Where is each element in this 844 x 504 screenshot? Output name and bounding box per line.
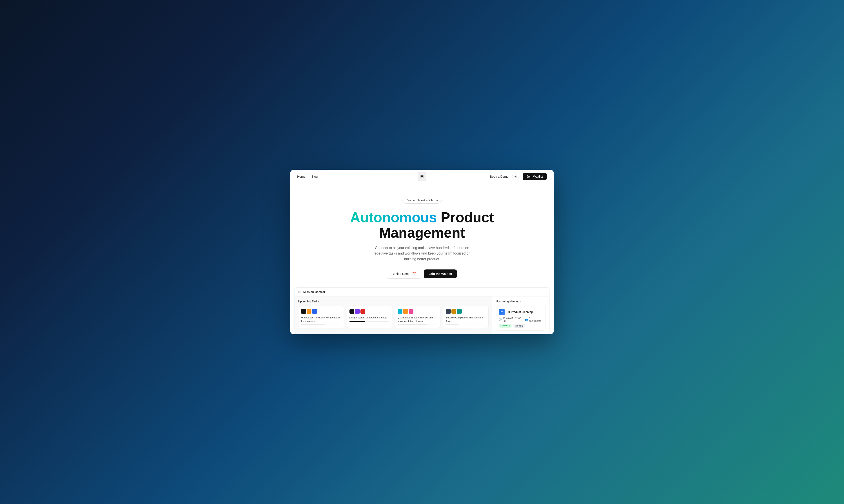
- clock-icon: 🕐: [499, 318, 502, 321]
- tasks-grid: Update user flows with UX feedback from …: [298, 306, 488, 328]
- sidebar-toggle-icon: ⊞: [298, 290, 301, 294]
- arrow-icon: →: [435, 199, 438, 202]
- avatar-chip: [409, 309, 413, 314]
- avatar-chip: [446, 309, 451, 314]
- meeting-time-text: 11:40 AM - 12:40 PM: [503, 317, 525, 322]
- meeting-icon: [499, 309, 505, 315]
- meeting-meta: 🕐 11:40 AM - 12:40 PM 👥 3 participants: [499, 317, 543, 322]
- nav-logo[interactable]: M: [418, 172, 426, 181]
- avatar-chip: [349, 309, 354, 314]
- nav-right: Book a Demo ☀ Join Waitlist: [490, 173, 547, 180]
- hero-title: Autonomous Product Management: [297, 210, 547, 241]
- task-1-name: Update user flows with UX feedback from …: [301, 316, 341, 323]
- meetings-panel-title: Upcoming Meetings: [496, 300, 546, 303]
- nav-logo-wrap: M: [418, 172, 426, 181]
- badge-meeting: Meeting: [513, 324, 525, 328]
- avatar-chip: [360, 309, 365, 314]
- sun-icon: ☀: [514, 175, 517, 179]
- avatar-chip: [355, 309, 360, 314]
- task-3-progress-fill: [398, 325, 428, 325]
- avatar-chip: [451, 309, 456, 314]
- meeting-participants: 👥 3 participants: [525, 317, 543, 322]
- hero-subtitle: Connect to all your existing tools, save…: [369, 245, 475, 262]
- task-card-4: Security Compliance Infrastructure Asses…: [443, 306, 489, 328]
- hero-title-rest: Product: [437, 210, 494, 225]
- nav-left: Home Blog: [297, 175, 317, 178]
- nav-link-home[interactable]: Home: [297, 175, 305, 178]
- task-3-progress: [398, 325, 437, 325]
- tasks-panel-title: Upcoming Tasks: [298, 300, 488, 303]
- dashboard-title: Mission Control: [303, 290, 325, 294]
- avatar-chip: [307, 309, 311, 314]
- hero-book-demo-label: Book a Demo: [392, 272, 410, 276]
- hero-pill[interactable]: Read our latest article →: [402, 197, 442, 203]
- task-4-avatars: [446, 309, 486, 314]
- task-2-progress: [349, 321, 390, 322]
- meeting-badges: Upcoming Meeting: [499, 324, 543, 328]
- avatar-chip: [403, 309, 408, 314]
- people-icon: 👥: [525, 318, 528, 321]
- badge-upcoming: Upcoming: [499, 324, 512, 328]
- nav-link-blog[interactable]: Blog: [311, 175, 317, 178]
- dashboard-preview: ⊞ Mission Control Upcoming Tasks Update …: [294, 287, 550, 334]
- task-4-name: Security Compliance Infrastructure Asses…: [446, 316, 486, 323]
- hero-book-demo-button[interactable]: Book a Demo 📅: [387, 269, 421, 279]
- nav-theme-toggle[interactable]: ☀: [512, 173, 519, 180]
- task-2-progress-fill: [349, 321, 365, 322]
- hero-title-highlight: Autonomous: [350, 210, 437, 225]
- task-1-progress-fill: [301, 325, 325, 325]
- task-1-progress: [301, 325, 341, 325]
- task-1-avatars: [301, 309, 341, 314]
- task-4-progress-fill: [446, 325, 458, 325]
- nav-join-waitlist-button[interactable]: Join Waitlist: [523, 173, 547, 180]
- browser-window: Home Blog M Book a Demo ☀ Join Waitlist …: [290, 170, 554, 335]
- meeting-name: Q1 Product Planning: [506, 310, 533, 313]
- task-4-progress: [446, 325, 486, 325]
- hero-join-waitlist-button[interactable]: Join the Waitlist: [424, 269, 457, 278]
- dashboard-body: Upcoming Tasks Update user flows with UX…: [295, 296, 549, 334]
- meeting-card-header: Q1 Product Planning: [499, 309, 543, 315]
- task-3-avatars: [398, 309, 437, 314]
- avatar-chip: [312, 309, 317, 314]
- task-card-3: Q1 Product Strategy Review and Implement…: [395, 306, 441, 328]
- task-card-1: Update user flows with UX feedback from …: [298, 306, 344, 328]
- tasks-panel: Upcoming Tasks Update user flows with UX…: [295, 296, 492, 334]
- hero-pill-text: Read our latest article: [406, 199, 433, 202]
- avatar-chip: [398, 309, 402, 314]
- meeting-participants-text: 3 participants: [529, 317, 543, 322]
- hero-section: Read our latest article → Autonomous Pro…: [290, 184, 554, 288]
- meeting-card: Q1 Product Planning 🕐 11:40 AM - 12:40 P…: [496, 306, 546, 330]
- avatar-chip: [301, 309, 306, 314]
- avatar-chip: [457, 309, 462, 314]
- dashboard-header: ⊞ Mission Control: [295, 288, 549, 296]
- task-card-2: Design system component updates: [347, 306, 392, 328]
- meeting-time: 🕐 11:40 AM - 12:40 PM: [499, 317, 525, 322]
- hero-actions: Book a Demo 📅 Join the Waitlist: [297, 269, 547, 279]
- task-2-avatars: [349, 309, 390, 314]
- nav-book-demo-button[interactable]: Book a Demo: [490, 175, 509, 178]
- calendar-icon: 📅: [412, 272, 416, 276]
- navbar: Home Blog M Book a Demo ☀ Join Waitlist: [290, 170, 554, 184]
- hero-title-line2: Management: [379, 225, 465, 241]
- meetings-panel: Upcoming Meetings Q1 Product Planning: [492, 296, 549, 334]
- task-3-name: Q1 Product Strategy Review and Implement…: [398, 316, 437, 323]
- task-2-name: Design system component updates: [349, 316, 390, 319]
